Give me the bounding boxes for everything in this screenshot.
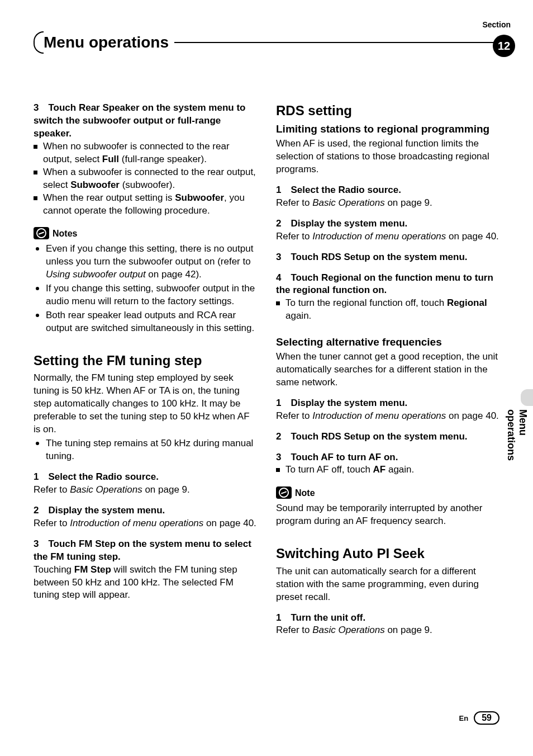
language-code: En: [459, 714, 469, 722]
body-text: Refer to Introduction of menu operations…: [276, 410, 499, 423]
subheading-regional: Limiting stations to regional programmin…: [276, 122, 499, 136]
body-text: When the rear output setting is Subwoofe…: [43, 192, 257, 218]
section-number-badge: 12: [493, 35, 515, 57]
square-bullet-icon: [34, 145, 37, 149]
right-column: RDS setting Limiting stations to regiona…: [276, 102, 499, 637]
page-number: 59: [474, 711, 499, 725]
list-item: To turn AF off, touch AF again.: [276, 464, 499, 476]
notes-header: Notes: [34, 227, 257, 239]
side-tab-cap: [521, 389, 533, 406]
manual-page: Section Menu operations 12 Menu operatio…: [0, 0, 533, 756]
list-item: When no subwoofer is connected to the re…: [34, 140, 257, 166]
note-icon: [276, 486, 292, 499]
subheading-alt-freq: Selecting alternative frequencies: [276, 335, 499, 349]
body-text: Refer to Basic Operations on page 9.: [34, 484, 257, 497]
heading-auto-pi: Switching Auto PI Seek: [276, 545, 499, 563]
body-text: When the tuner cannot get a good recepti…: [276, 351, 499, 389]
body-text: To turn AF off, touch AF again.: [285, 464, 414, 476]
notes-title: Notes: [53, 228, 77, 240]
step-heading: 2 Display the system menu.: [34, 504, 257, 517]
list-item: Both rear speaker lead outputs and RCA r…: [34, 309, 257, 335]
page-footer: En 59: [459, 711, 499, 725]
body-text: If you change this setting, subwoofer ou…: [46, 282, 257, 308]
square-bullet-icon: [34, 171, 37, 174]
square-bullet-icon: [276, 301, 280, 305]
square-bullet-icon: [276, 468, 280, 472]
note-block: Note Sound may be temporarily interrupte…: [276, 486, 499, 528]
body-text: Refer to Introduction of menu operations…: [276, 230, 499, 243]
body-text: When AF is used, the regional function l…: [276, 138, 499, 176]
body-text: Both rear speaker lead outputs and RCA r…: [46, 309, 257, 335]
body-text: When a subwoofer is connected to the rea…: [43, 166, 257, 192]
list-item: The tuning step remains at 50 kHz during…: [34, 437, 257, 463]
body-text: Even if you change this setting, there i…: [46, 243, 257, 281]
note-icon: [34, 227, 49, 239]
step-heading: 1 Display the system menu.: [276, 397, 499, 410]
page-title: Menu operations: [40, 34, 172, 51]
notes-block: Notes Even if you change this setting, t…: [34, 227, 257, 335]
list-item: Even if you change this setting, there i…: [34, 243, 257, 281]
title-rule: [174, 42, 499, 43]
list-item: When the rear output setting is Subwoofe…: [34, 192, 257, 218]
step-heading: 1 Turn the unit off.: [276, 612, 499, 625]
left-column: 3 Touch Rear Speaker on the system menu …: [34, 102, 257, 637]
list-item: To turn the regional function off, touch…: [276, 297, 499, 323]
body-text: Normally, the FM tuning step employed by…: [34, 372, 257, 436]
body-text: Touching FM Step will switch the FM tuni…: [34, 564, 257, 602]
heading-fm-step: Setting the FM tuning step: [34, 352, 257, 370]
disc-bullet-icon: [36, 287, 39, 290]
disc-bullet-icon: [36, 247, 39, 251]
body-text: Refer to Basic Operations on page 9.: [276, 197, 499, 210]
page-title-row: Menu operations: [34, 31, 499, 54]
step-heading: 1 Select the Radio source.: [34, 471, 257, 484]
disc-bullet-icon: [36, 442, 39, 445]
step-heading: 2 Touch RDS Setup on the system menu.: [276, 431, 499, 443]
body-text: The unit can automatically search for a …: [276, 565, 499, 604]
step-heading: 3 Touch AF to turn AF on.: [276, 451, 499, 464]
step-heading: 3 Touch RDS Setup on the system menu.: [276, 251, 499, 264]
body-text: Refer to Introduction of menu operations…: [34, 517, 257, 530]
step-heading: 2 Display the system menu.: [276, 218, 499, 230]
step-heading: 4 Touch Regional on the function menu to…: [276, 272, 499, 297]
list-item: If you change this setting, subwoofer ou…: [34, 282, 257, 308]
body-text: Refer to Basic Operations on page 9.: [276, 624, 499, 637]
note-title: Note: [295, 487, 315, 499]
note-header: Note: [276, 486, 499, 499]
body-text: When no subwoofer is connected to the re…: [43, 140, 257, 166]
square-bullet-icon: [34, 196, 37, 200]
step-heading: 3 Touch Rear Speaker on the system menu …: [34, 102, 257, 140]
step-heading: 3 Touch FM Step on the system menu to se…: [34, 538, 257, 564]
side-tab-label: Menu operations: [505, 409, 529, 461]
heading-rds: RDS setting: [276, 102, 499, 120]
section-label: Section: [482, 20, 511, 29]
body-text: To turn the regional function off, touch…: [285, 297, 499, 323]
content-columns: 3 Touch Rear Speaker on the system menu …: [34, 102, 499, 637]
body-text: The tuning step remains at 50 kHz during…: [46, 437, 257, 463]
page-header: Section Menu operations 12 Menu operatio…: [34, 31, 499, 65]
disc-bullet-icon: [36, 314, 39, 317]
body-text: Sound may be temporarily interrupted by …: [276, 502, 499, 528]
list-item: When a subwoofer is connected to the rea…: [34, 166, 257, 192]
step-heading: 1 Select the Radio source.: [276, 184, 499, 197]
